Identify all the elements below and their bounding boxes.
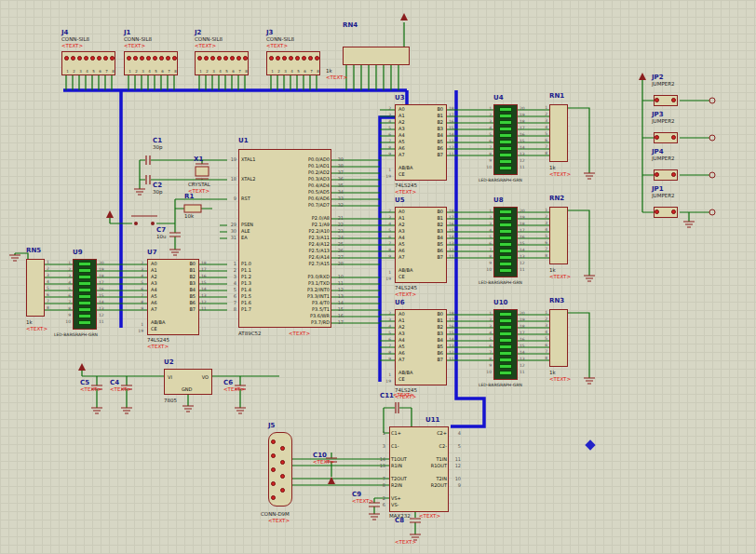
component-u8[interactable]: U8 12345678910 20191817161514131211 LED-… [486, 196, 542, 298]
connector-pin[interactable] [223, 56, 228, 61]
component-c9[interactable]: C9 <TEXT> [352, 492, 376, 507]
terminal-circle[interactable] [709, 209, 715, 215]
connector-pin[interactable] [146, 56, 151, 61]
component-rn2[interactable]: RN2 12345678 1k <TEXT> [542, 194, 588, 287]
connector-pin[interactable] [269, 56, 274, 61]
connector-pin[interactable] [230, 56, 235, 61]
component-jp2[interactable]: JP2 JUMPER2 [650, 74, 683, 108]
jumper-pin[interactable] [671, 209, 676, 214]
component-u3[interactable]: U3 A0A1A2A3A4A5A6A7 B0B1B2B3B4B5B6B7 AB/… [376, 93, 469, 197]
connector-pin[interactable] [166, 56, 170, 61]
component-c10[interactable]: C10 <TEXT> [313, 453, 337, 467]
connector-pin[interactable] [71, 56, 75, 61]
component-u2[interactable]: U2 VI VO GND 7805 [156, 358, 222, 410]
component-rn3[interactable]: RN3 12345678 1k <TEXT> [542, 296, 588, 389]
component-u10[interactable]: U10 12345678910 20191817161514131211 LED… [486, 298, 542, 400]
pin-row: R1OUT 12 [389, 463, 449, 469]
pin-row: T1IN 11 [389, 456, 449, 463]
terminal-circle[interactable] [709, 172, 715, 178]
jumper-pin[interactable] [671, 135, 676, 140]
connector-pin[interactable] [315, 56, 319, 61]
terminal-circle[interactable] [709, 135, 715, 141]
component-c2[interactable]: C2 30p [153, 182, 181, 197]
connector-pin[interactable] [217, 56, 222, 61]
connector-pin[interactable] [159, 56, 164, 61]
connector-pin[interactable] [197, 56, 202, 61]
jumper-pin[interactable] [655, 98, 659, 102]
component-u7[interactable]: U7 A0A1A2A3A4A5A6A7 B0B1B2B3B4B5B6B7 AB/… [128, 248, 222, 352]
component-jp3[interactable]: JP3 JUMPER2 [650, 112, 683, 145]
connector-pin[interactable] [280, 474, 285, 479]
component-c6[interactable]: C6 <TEXT> [223, 380, 248, 395]
connector-pin[interactable] [140, 56, 144, 61]
component-c5[interactable]: C5 <TEXT> [80, 380, 104, 395]
component-x1[interactable]: X1 CRYSTAL <TEXT> [186, 155, 233, 196]
component-c1[interactable]: C1 30p [153, 138, 181, 153]
connector-pin[interactable] [289, 56, 293, 61]
connector-pin[interactable] [280, 446, 285, 451]
connector-pin[interactable] [90, 56, 95, 61]
connector-pin[interactable] [271, 495, 276, 500]
component-rn1[interactable]: RN1 12345678 1k <TEXT> [542, 91, 588, 184]
pin-number: 14 [338, 301, 344, 305]
component-u4[interactable]: U4 12345678910 20191817161514131211 LED-… [486, 93, 542, 196]
connector-pin[interactable] [103, 56, 108, 61]
connector-pin[interactable] [153, 56, 157, 61]
connector-pin[interactable] [77, 56, 82, 61]
connector-pin[interactable] [133, 56, 138, 61]
component-c8[interactable]: C8 <TEXT> [395, 516, 419, 546]
connector-pin[interactable] [110, 56, 115, 61]
component-jp1[interactable]: JP1 JUMPER2 [650, 186, 683, 220]
connector-pin[interactable] [64, 56, 69, 61]
connector-pin[interactable] [84, 56, 88, 61]
pin-label: A7 [398, 153, 405, 159]
connector-pin[interactable] [302, 56, 306, 61]
component-c11[interactable]: C11 <TEXT> [380, 393, 404, 408]
connector-pin[interactable] [243, 56, 248, 61]
connector-pin[interactable] [280, 488, 285, 493]
connector-pin[interactable] [282, 56, 287, 61]
connector-pin[interactable] [97, 56, 101, 61]
component-j4[interactable]: J4 CONN-SIL8 <TEXT> 12345678 [61, 30, 115, 76]
component-u5[interactable]: U5 A0A1A2A3A4A5A6A7 B0B1B2B3B4B5B6B7 AB/… [376, 196, 469, 300]
component-jp4[interactable]: JP4 JUMPER2 [650, 149, 683, 182]
component-c4[interactable]: C4 <TEXT> [110, 380, 134, 395]
connector-pin[interactable] [280, 460, 285, 465]
component-r1[interactable]: R1 10k [182, 194, 210, 220]
schematic-canvas[interactable]: J4 CONN-SIL8 <TEXT> 12345678 J1 CONN-SIL… [0, 0, 756, 554]
jumper-pin[interactable] [655, 209, 659, 214]
connector-pin[interactable] [271, 439, 276, 444]
component-rn5[interactable]: RN5 12345678 1k <TEXT> [19, 246, 65, 339]
jumper-pin[interactable] [655, 135, 659, 140]
component-j1[interactable]: J1 CONN-SIL8 <TEXT> 12345678 [124, 30, 178, 76]
reset-button-contact[interactable] [134, 222, 138, 225]
connector-pin[interactable] [276, 56, 280, 61]
connector-pin[interactable] [271, 481, 276, 486]
component-u11[interactable]: U11 1 C1+ 3 C1- 14 T1OUT 13 R1IN [376, 415, 462, 527]
connector-pin[interactable] [210, 56, 215, 61]
connector-pin[interactable] [295, 56, 300, 61]
connector-pin[interactable] [271, 453, 276, 458]
component-j5[interactable]: J5 CONN-D9M <TEXT> [261, 421, 317, 528]
connector-pin[interactable] [204, 56, 209, 61]
terminal-circle[interactable] [709, 98, 715, 103]
component-c7[interactable]: C7 10u [156, 227, 184, 242]
connector-pin[interactable] [127, 56, 131, 61]
component-u1[interactable]: U1 19 XTAL1 18 XTAL2 9 RST [223, 136, 346, 343]
pin-label: VI [168, 375, 172, 380]
component-u6[interactable]: U6 A0A1A2A3A4A5A6A7 B0B1B2B3B4B5B6B7 AB/… [376, 298, 469, 402]
connector-pin[interactable] [308, 56, 313, 61]
component-j2[interactable]: J2 CONN-SIL8 <TEXT> 12345678 [195, 30, 249, 76]
jumper-pin[interactable] [655, 172, 659, 177]
reset-button-contact[interactable] [151, 222, 155, 225]
connector-pin[interactable] [236, 56, 241, 61]
led-segment [499, 351, 512, 356]
connector-pin[interactable] [271, 467, 276, 472]
led-segment [499, 331, 512, 336]
component-j3[interactable]: J3 CONN-SIL8 <TEXT> 12345678 [266, 30, 320, 76]
component-rn4[interactable]: RN4 1k <TEXT> [326, 22, 414, 82]
component-u9[interactable]: U9 12345678910 20191817161514131211 LED-… [65, 248, 121, 350]
jumper-pin[interactable] [671, 98, 676, 102]
connector-pin[interactable] [172, 56, 177, 61]
jumper-pin[interactable] [671, 172, 676, 177]
